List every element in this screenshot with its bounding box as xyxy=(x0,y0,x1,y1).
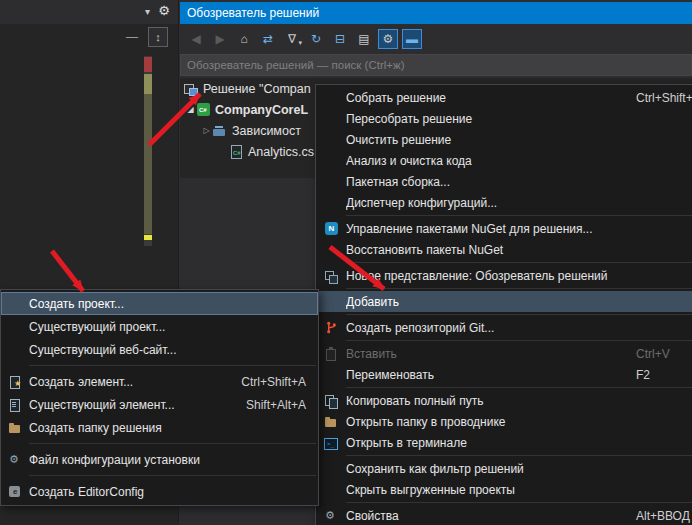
minimize-icon[interactable]: — xyxy=(126,30,138,44)
add-submenu: Создать проект... Существующий проект...… xyxy=(0,289,319,506)
menu-separator xyxy=(346,314,692,315)
chevron-down-icon[interactable]: ▾ xyxy=(145,4,150,20)
properties-wrench-icon[interactable]: ⚙ xyxy=(378,29,398,49)
properties-icon xyxy=(324,509,338,523)
menu-item-label: Пересобрать решение xyxy=(346,112,692,126)
menu-item-restore-nuget-packages[interactable]: Восстановить пакеты NuGet xyxy=(316,239,692,260)
show-all-files-icon[interactable]: ▤ xyxy=(354,29,374,49)
menu-item-shortcut: Ctrl+V xyxy=(636,347,692,361)
menu-item-configuration-manager[interactable]: Диспетчер конфигураций... xyxy=(316,192,692,213)
menu-icon-slot xyxy=(316,415,346,429)
menu-icon-slot xyxy=(316,269,346,283)
menu-item-paste[interactable]: Вставить Ctrl+V xyxy=(316,343,692,364)
menu-icon-slot xyxy=(316,222,346,235)
back-icon[interactable]: ◀ xyxy=(186,29,206,49)
refresh-icon[interactable]: ↻ xyxy=(306,29,326,49)
installer-config-icon xyxy=(8,453,22,467)
menu-item-new-project[interactable]: Создать проект... xyxy=(1,292,318,315)
new-item-icon xyxy=(8,375,22,389)
menu-separator xyxy=(346,262,692,263)
menu-item-label: Открыть в терминале xyxy=(346,436,692,450)
scrollbar-mark-dark xyxy=(144,94,152,234)
menu-item-new-item[interactable]: Создать элемент... Ctrl+Shift+A xyxy=(1,370,318,393)
scrollbar-mark-yellow xyxy=(144,235,152,240)
tree-item-label: Решение "Compan xyxy=(203,82,311,96)
menu-item-installer-configuration-file[interactable]: Файл конфигурации установки xyxy=(1,448,318,471)
menu-item-new-solution-folder[interactable]: Создать папку решения xyxy=(1,416,318,439)
menu-item-existing-web-site[interactable]: Существующий веб-сайт... xyxy=(1,338,318,361)
filter-dropdown-icon[interactable]: ∇ xyxy=(282,29,302,49)
menu-item-properties[interactable]: Свойства Alt+ВВОД xyxy=(316,505,692,525)
menu-item-shortcut: F2 xyxy=(636,368,692,382)
menu-item-label: Создать EditorConfig xyxy=(29,485,310,499)
menu-item-manage-nuget-packages[interactable]: Управление пакетами NuGet для решения... xyxy=(316,218,692,239)
splitter-toggle-icon[interactable]: ↕ xyxy=(148,27,168,47)
nuget-icon xyxy=(325,222,338,235)
menu-item-create-editorconfig[interactable]: Создать EditorConfig xyxy=(1,480,318,503)
sync-with-active-document-icon[interactable]: ⇄ xyxy=(258,29,278,49)
menu-item-shortcut: Shift+Alt+A xyxy=(246,398,318,412)
menu-separator xyxy=(346,502,692,503)
gear-icon[interactable]: ⚙ xyxy=(158,3,170,19)
menu-item-label: Анализ и очистка кода xyxy=(346,154,692,168)
menu-item-hide-unloaded-projects[interactable]: Скрыть выгруженные проекты xyxy=(316,479,692,500)
tree-item-label: CompanyCoreL xyxy=(215,103,308,117)
menu-item-label: Переименовать xyxy=(346,368,628,382)
menu-item-label: Новое представление: Обозреватель решени… xyxy=(346,269,692,283)
menu-item-clean-solution[interactable]: Очистить решение xyxy=(316,129,692,150)
menu-icon-slot xyxy=(1,453,29,467)
menu-item-add[interactable]: Добавить xyxy=(316,291,692,312)
menu-item-open-in-terminal[interactable]: Открыть в терминале xyxy=(316,432,692,453)
solution-context-menu: Собрать решение Ctrl+Shift+B Пересобрать… xyxy=(315,84,692,525)
existing-item-icon xyxy=(8,398,22,412)
menu-item-label: Существующий элемент... xyxy=(29,398,238,412)
menu-icon-slot xyxy=(1,398,29,412)
menu-item-batch-build[interactable]: Пакетная сборка... xyxy=(316,171,692,192)
menu-item-save-as-solution-filter[interactable]: Сохранить как фильтр решений xyxy=(316,458,692,479)
menu-item-label: Пакетная сборка... xyxy=(346,175,692,189)
menu-item-existing-item[interactable]: Существующий элемент... Shift+Alt+A xyxy=(1,393,318,416)
menu-item-rebuild-solution[interactable]: Пересобрать решение xyxy=(316,108,692,129)
search-input[interactable]: Обозреватель решений — поиск (Ctrl+ж) xyxy=(180,54,692,76)
menu-item-code-cleanup[interactable]: Анализ и очистка кода xyxy=(316,150,692,171)
menu-icon-slot xyxy=(316,347,346,361)
solution-explorer-toolbar: ◀ ▶ ⌂ ⇄ ∇ ↻ ⊟ ▤ ⚙ ▬ xyxy=(180,26,692,52)
menu-separator xyxy=(346,215,692,216)
menu-item-shortcut: Ctrl+Shift+B xyxy=(636,91,692,105)
expander-expanded-icon[interactable] xyxy=(184,103,197,116)
menu-item-label: Сохранить как фильтр решений xyxy=(346,462,692,476)
menu-icon-slot xyxy=(316,394,346,408)
menu-item-label: Восстановить пакеты NuGet xyxy=(346,243,692,257)
editorconfig-icon xyxy=(8,485,22,499)
preview-selected-items-icon[interactable]: ▬ xyxy=(402,29,422,49)
menu-item-label: Создать проект... xyxy=(29,297,310,311)
tree-item-label: Analytics.cs xyxy=(248,145,314,159)
left-panel-scrollbar[interactable] xyxy=(144,56,152,246)
forward-icon[interactable]: ▶ xyxy=(210,29,230,49)
menu-item-label: Управление пакетами NuGet для решения... xyxy=(346,222,692,236)
menu-item-copy-full-path[interactable]: Копировать полный путь xyxy=(316,390,692,411)
solution-icon xyxy=(184,82,198,96)
menu-item-label: Существующий веб-сайт... xyxy=(29,343,310,357)
menu-item-build-solution[interactable]: Собрать решение Ctrl+Shift+B xyxy=(316,87,692,108)
menu-item-label: Скрыть выгруженные проекты xyxy=(346,483,692,497)
menu-item-existing-project[interactable]: Существующий проект... xyxy=(1,315,318,338)
menu-item-create-git-repository[interactable]: Создать репозиторий Git... xyxy=(316,317,692,338)
panel-title: Обозреватель решений xyxy=(187,6,319,20)
expander-collapsed-icon[interactable] xyxy=(200,124,213,137)
menu-item-label: Диспетчер конфигураций... xyxy=(346,196,692,210)
menu-separator xyxy=(29,365,316,366)
left-panel-header: ▾ ⚙ xyxy=(0,0,178,24)
home-icon[interactable]: ⌂ xyxy=(234,29,254,49)
copy-path-icon xyxy=(324,394,338,408)
menu-item-label: Добавить xyxy=(346,295,692,309)
menu-item-open-folder-in-explorer[interactable]: Открыть папку в проводнике xyxy=(316,411,692,432)
menu-item-rename[interactable]: Переименовать F2 xyxy=(316,364,692,385)
solution-explorer-titlebar[interactable]: Обозреватель решений xyxy=(180,2,692,24)
menu-icon-slot xyxy=(1,485,29,499)
menu-item-new-solution-explorer-view[interactable]: Новое представление: Обозреватель решени… xyxy=(316,265,692,286)
new-folder-icon xyxy=(8,421,22,435)
collapse-all-icon[interactable]: ⊟ xyxy=(330,29,350,49)
csharp-project-icon xyxy=(197,103,210,116)
menu-item-label: Свойства xyxy=(346,509,628,523)
